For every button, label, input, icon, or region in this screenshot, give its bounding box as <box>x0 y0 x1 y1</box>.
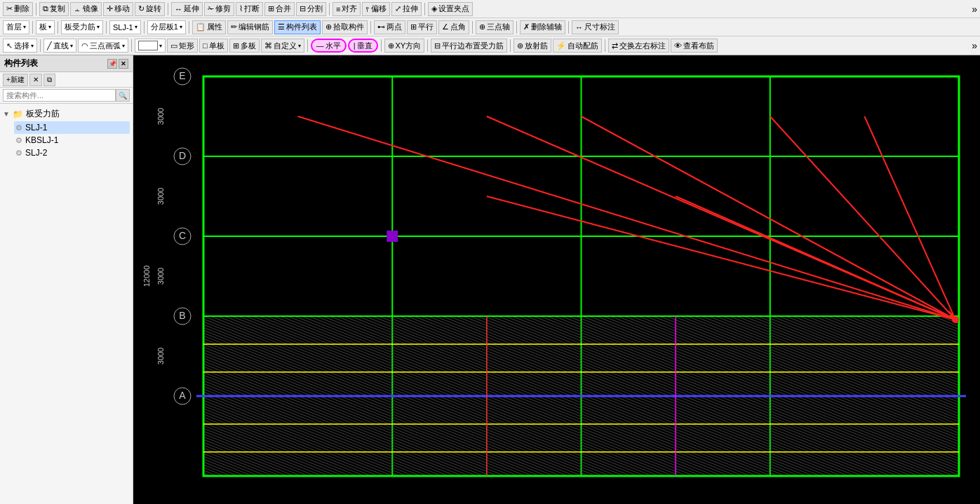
tree-children: ⚙ SLJ-1 ⚙ KBSLJ-1 ⚙ SLJ-2 <box>3 121 130 159</box>
sep5 <box>32 21 33 34</box>
tree-root[interactable]: ▼ 📁 板受力筋 <box>3 107 130 121</box>
offset-btn[interactable]: ⫯ 偏移 <box>362 2 390 16</box>
left-panel: 构件列表 📌 ✕ + 新建 ✕ ⧉ 🔍 <box>0 55 133 504</box>
reinforce-dropdown[interactable]: 板受力筋 ▾ <box>61 20 103 34</box>
vert-icon: | <box>354 41 356 50</box>
single-btn[interactable]: □ 单板 <box>199 39 228 53</box>
panel-pin-btn[interactable]: 📌 <box>107 59 117 69</box>
radial-btn[interactable]: ⊛ 放射筋 <box>514 39 551 53</box>
horiz-btn[interactable]: — 水平 <box>311 39 347 53</box>
panel-delete-btn[interactable]: ✕ <box>29 74 42 86</box>
sep6 <box>58 21 58 34</box>
floor-dropdown-arrow: ▾ <box>23 24 26 30</box>
break-btn[interactable]: ⌇ 打断 <box>236 2 263 16</box>
pick-comp-icon: ⊕ <box>325 22 332 32</box>
view-btn[interactable]: 👁 查看布筋 <box>671 39 718 53</box>
copy-btn[interactable]: ⧉ 复制 <box>39 2 69 16</box>
stretch-btn[interactable]: ⤢ 拉伸 <box>391 2 422 16</box>
custom-icon: ⌘ <box>264 41 272 50</box>
rotate-btn[interactable]: ↻ 旋转 <box>135 2 165 16</box>
more-icon2[interactable]: » <box>972 40 977 51</box>
tree-expand-icon: ▼ <box>3 110 10 118</box>
select-icon: ↖ <box>6 41 13 50</box>
stretch-icon: ⤢ <box>395 4 401 13</box>
toolbar-row3: ↖ 选择 ▾ ╱ 直线 ▾ ◠ 三点画弧 ▾ ▾ ▭ 矩形 <box>0 36 980 55</box>
more-icon[interactable]: » <box>972 4 977 15</box>
set-grip-icon: ◈ <box>431 4 437 13</box>
exchange-btn[interactable]: ⇄ 交换左右标注 <box>608 39 669 53</box>
sep10 <box>370 21 371 34</box>
line-dropdown[interactable]: ╱ 直线 ▾ <box>43 39 76 53</box>
panel-new-btn[interactable]: + 新建 <box>3 74 28 86</box>
del-aux-icon: ✗ <box>523 22 530 32</box>
xy-dir-btn[interactable]: ⊕ XY方向 <box>384 39 425 53</box>
three-arc-icon: ◠ <box>81 41 88 50</box>
delete-btn[interactable]: ✂ 删除 <box>3 2 33 16</box>
main-area: 构件列表 📌 ✕ + 新建 ✕ ⧉ 🔍 <box>0 55 980 504</box>
vert-btn[interactable]: | 垂直 <box>348 39 378 53</box>
toolbar-row2: 首层 ▾ 板 ▾ 板受力筋 ▾ SLJ-1 ▾ 分层板1 ▾ <box>0 18 980 36</box>
select-dropdown[interactable]: ↖ 选择 ▾ <box>3 39 37 53</box>
panel-copy-btn[interactable]: ⧉ <box>43 74 55 86</box>
merge-icon: ⊞ <box>268 4 274 13</box>
layer-dropdown[interactable]: 分层板1 ▾ <box>147 20 186 34</box>
del-aux-btn[interactable]: ✗ 删除辅轴 <box>520 20 565 34</box>
component-dropdown-arrow: ▾ <box>48 24 51 30</box>
merge-btn[interactable]: ⊞ 合并 <box>264 2 295 16</box>
panel-close-btn[interactable]: ✕ <box>119 59 128 69</box>
rect-btn[interactable]: ▭ 矩形 <box>167 39 198 53</box>
mirror-btn[interactable]: ⫠ 镜像 <box>70 2 102 16</box>
angle-btn[interactable]: ∠ 点角 <box>438 20 469 34</box>
comp-list-btn[interactable]: ☰ 构件列表 <box>274 20 321 34</box>
sep18 <box>427 39 428 52</box>
two-pt-icon: ⊷ <box>377 22 385 32</box>
search-input[interactable] <box>3 89 116 102</box>
floor-dropdown[interactable]: 首层 ▾ <box>3 20 29 34</box>
sep11 <box>472 21 473 34</box>
mirror-icon: ⫠ <box>74 5 81 13</box>
dim-btn[interactable]: ↔ 尺寸标注 <box>572 20 619 34</box>
three-arc-dropdown-arrow: ▾ <box>122 43 125 49</box>
search-icon: 🔍 <box>119 92 127 100</box>
three-arc-dropdown[interactable]: ◠ 三点画弧 ▾ <box>78 39 128 53</box>
three-axis-btn[interactable]: ⊕ 三点轴 <box>476 20 514 34</box>
slj-dropdown-arrow: ▾ <box>135 24 137 30</box>
xy-dir-icon: ⊕ <box>388 41 394 50</box>
parallel-reinf-btn[interactable]: ⊟ 平行边布置受力筋 <box>431 39 507 53</box>
search-button[interactable]: 🔍 <box>116 89 130 102</box>
set-grip-btn[interactable]: ◈ 设置夹点 <box>428 2 473 16</box>
trim-btn[interactable]: ✁ 修剪 <box>204 2 234 16</box>
main-canvas[interactable] <box>133 55 980 504</box>
dim-icon: ↔ <box>575 23 583 32</box>
sep20 <box>605 39 605 52</box>
extend-btn[interactable]: ↔ 延伸 <box>171 2 203 16</box>
pick-comp-btn[interactable]: ⊕ 拾取构件 <box>322 20 368 34</box>
tree-item-slj1[interactable]: ⚙ SLJ-1 <box>14 121 130 134</box>
shape-dropdown[interactable]: ▾ <box>135 39 166 53</box>
sep16 <box>307 39 308 52</box>
edit-reinf-btn[interactable]: ✏ 编辑钢筋 <box>227 20 273 34</box>
align-icon: ≡ <box>336 5 340 13</box>
component-dropdown[interactable]: 板 ▾ <box>36 20 55 34</box>
copy-icon: ⧉ <box>43 4 48 13</box>
tree-item-kbslj1[interactable]: ⚙ KBSLJ-1 <box>14 134 130 147</box>
parallel-btn[interactable]: ⊞ 平行 <box>407 20 437 34</box>
move-btn[interactable]: ✛ 移动 <box>103 2 133 16</box>
gear-icon-slj2: ⚙ <box>15 149 22 158</box>
canvas-area[interactable] <box>133 55 980 504</box>
sep1 <box>36 3 36 15</box>
tree-item-slj2[interactable]: ⚙ SLJ-2 <box>14 147 130 159</box>
rotate-icon: ↻ <box>138 4 145 13</box>
align-btn[interactable]: ≡ 对齐 <box>333 2 361 16</box>
gear-icon-slj1: ⚙ <box>15 123 22 132</box>
auto-btn[interactable]: ⚡ 自动配筋 <box>553 39 602 53</box>
multi-icon: ⊞ <box>233 41 239 50</box>
multi-btn[interactable]: ⊞ 多板 <box>229 39 260 53</box>
split-btn[interactable]: ⊟ 分割 <box>296 2 326 16</box>
move-icon: ✛ <box>107 4 113 13</box>
custom-btn[interactable]: ⌘ 自定义 ▾ <box>261 39 304 53</box>
property-btn[interactable]: 📋 属性 <box>192 20 226 34</box>
line-dropdown-arrow: ▾ <box>70 43 73 49</box>
two-pt-btn[interactable]: ⊷ 两点 <box>374 20 405 34</box>
slj-dropdown[interactable]: SLJ-1 ▾ <box>109 20 141 34</box>
